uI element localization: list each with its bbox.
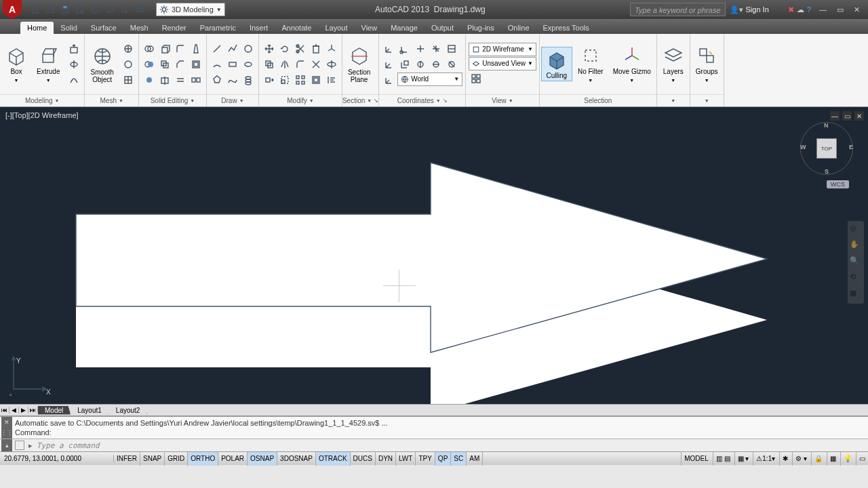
help-search-input[interactable]: Type a keyword or phrase	[630, 3, 725, 16]
mirror-icon[interactable]	[277, 57, 292, 72]
status-clean-icon[interactable]: ▭	[856, 452, 868, 466]
status-toggle-am[interactable]: AM	[467, 452, 483, 466]
status-toggle-polar[interactable]: POLAR	[218, 452, 248, 466]
revolve-icon[interactable]	[66, 57, 81, 72]
tab-online[interactable]: Online	[501, 22, 536, 34]
ucs-icon[interactable]: Y X ▫	[7, 348, 54, 397]
layout-tab-layout1[interactable]: Layout1	[71, 406, 109, 415]
layout-last-icon[interactable]: ⏭	[28, 407, 38, 413]
saved-view-combo[interactable]: Unsaved View▼	[469, 57, 536, 70]
tab-view[interactable]: View	[355, 22, 384, 34]
explode-icon[interactable]	[309, 57, 323, 72]
restore-icon[interactable]: ▭	[833, 5, 848, 14]
save-icon[interactable]	[58, 3, 72, 16]
separate-icon[interactable]	[189, 73, 203, 87]
status-workspace-icon[interactable]: ⚙ ▾	[792, 452, 810, 466]
plot-icon[interactable]	[88, 3, 102, 16]
layout-prev-icon[interactable]: ◀	[9, 407, 19, 413]
tab-solid[interactable]: Solid	[54, 22, 83, 34]
rectangle-icon[interactable]	[225, 57, 240, 72]
ucs-icon-6[interactable]	[382, 57, 397, 72]
open-icon[interactable]	[43, 3, 57, 16]
fillet-edge-icon[interactable]	[173, 41, 188, 56]
status-toggle-qp[interactable]: QP	[435, 452, 451, 466]
tab-plugins[interactable]: Plug-ins	[460, 22, 501, 34]
union-icon[interactable]	[142, 41, 157, 56]
status-toggle-snap[interactable]: SNAP	[140, 452, 165, 466]
sweep-icon[interactable]	[66, 73, 81, 87]
status-toggle-sc[interactable]: SC	[451, 452, 467, 466]
ucs-icon-3[interactable]	[413, 41, 428, 56]
extrude-face-icon[interactable]	[157, 41, 172, 56]
infocenter-person-icon[interactable]: 👤▾	[730, 5, 743, 14]
copy-icon[interactable]	[262, 57, 277, 72]
view-manager-icon[interactable]	[469, 71, 484, 86]
ucs-icon-4[interactable]	[429, 41, 443, 56]
cmd-handle-icon[interactable]: ⋮⋮	[1, 428, 13, 438]
erase-icon[interactable]	[309, 41, 323, 56]
layers-button[interactable]: Layers▼	[658, 43, 688, 85]
ucs-icon-2[interactable]	[397, 41, 412, 56]
tab-insert[interactable]: Insert	[243, 22, 275, 34]
command-input[interactable]: Type a command	[37, 441, 865, 450]
move-icon[interactable]	[262, 41, 277, 56]
rotate3d-icon[interactable]	[324, 57, 339, 72]
layout-tab-layout2[interactable]: Layout2	[109, 406, 148, 415]
status-toggle-dyn[interactable]: DYN	[376, 452, 396, 466]
extrude-button[interactable]: Extrude▼	[33, 43, 64, 85]
section-plane-button[interactable]: Section Plane	[344, 44, 374, 85]
shell-icon[interactable]	[189, 57, 203, 72]
cmd-prompt-icon[interactable]	[15, 441, 24, 450]
align-icon[interactable]	[324, 73, 339, 87]
polygon-icon[interactable]	[210, 73, 224, 87]
status-toggle-osnap[interactable]: OSNAP	[248, 452, 277, 466]
new-icon[interactable]	[28, 3, 42, 16]
status-quickview-icon[interactable]: ▦ ▾	[734, 452, 752, 466]
tab-home[interactable]: Home	[20, 22, 54, 34]
ellipse-icon[interactable]	[241, 57, 256, 72]
ucs-icon-1[interactable]	[382, 41, 397, 56]
arc-icon[interactable]	[210, 57, 224, 72]
ucs-icon-9[interactable]	[429, 57, 443, 72]
tab-expresstools[interactable]: Express Tools	[536, 22, 596, 34]
box-button[interactable]: Box▼	[1, 43, 31, 85]
status-toggle-tpy[interactable]: TPY	[416, 452, 435, 466]
signin-link[interactable]: Sign In	[746, 5, 769, 14]
mesh-more-icon[interactable]	[121, 41, 136, 56]
status-layout-icons[interactable]: ▥ ▤	[713, 452, 733, 466]
help-icon[interactable]: ?	[807, 5, 811, 14]
chamfer-edge-icon[interactable]	[173, 57, 188, 72]
tab-annotate[interactable]: Annotate	[275, 22, 318, 34]
status-annoscale[interactable]: ⚠ 1:1 ▾	[753, 452, 778, 466]
status-hardware-icon[interactable]: ▦	[827, 452, 839, 466]
undo-icon[interactable]	[103, 3, 117, 16]
saveas-icon[interactable]	[73, 3, 87, 16]
move3d-icon[interactable]	[324, 41, 339, 56]
layout-tab-model[interactable]: Model	[38, 406, 71, 415]
status-toggle-ortho[interactable]: ORTHO	[188, 452, 218, 466]
status-lock-icon[interactable]: 🔒	[811, 452, 825, 466]
rotate-icon[interactable]	[277, 41, 292, 56]
circle-icon[interactable]	[241, 41, 256, 56]
groups-button[interactable]: Groups▼	[692, 43, 722, 85]
cmd-recent-icon[interactable]: ▴	[5, 442, 9, 449]
minimize-icon[interactable]: —	[815, 5, 831, 14]
ucs-icon-8[interactable]	[413, 57, 428, 72]
drawing-viewport[interactable]: [-][Top][2D Wireframe] — ▭ ✕ TOP N S E W…	[0, 107, 868, 404]
ucs-world-combo[interactable]: World▼	[397, 73, 462, 86]
helix-icon[interactable]	[241, 73, 256, 87]
offset-face-icon[interactable]	[157, 57, 172, 72]
smooth-object-button[interactable]: Smooth Object	[86, 44, 117, 85]
print-icon[interactable]	[133, 3, 146, 16]
tab-render[interactable]: Render	[155, 22, 193, 34]
fillet-icon[interactable]	[293, 57, 308, 72]
scale-icon[interactable]	[277, 73, 292, 87]
close-icon[interactable]: ✕	[850, 5, 864, 14]
mesh-less-icon[interactable]	[121, 57, 136, 72]
redo-icon[interactable]	[118, 3, 132, 16]
subtract-icon[interactable]	[142, 57, 157, 72]
ucs-icon-11[interactable]	[382, 73, 397, 87]
tab-output[interactable]: Output	[425, 22, 460, 34]
tab-parametric[interactable]: Parametric	[193, 22, 243, 34]
status-model[interactable]: MODEL	[681, 452, 711, 466]
